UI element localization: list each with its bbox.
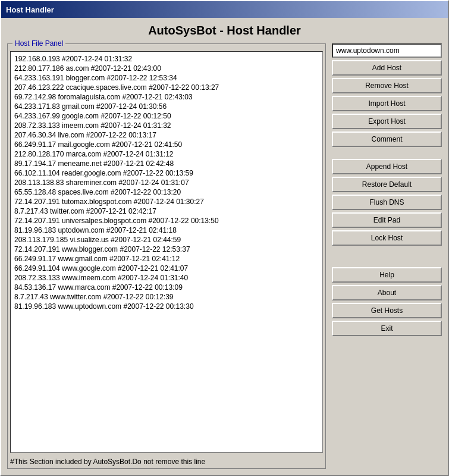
remove-host-button[interactable]: Remove Host xyxy=(332,78,442,93)
top-button-group: Add HostRemove HostImport HostExport Hos… xyxy=(332,60,442,147)
list-item[interactable]: 89.17.194.17 meneame.net #2007-12-21 02:… xyxy=(13,159,320,168)
list-item[interactable]: 72.14.207.191 universalpes.blogspot.com … xyxy=(13,216,320,226)
add-host-button[interactable]: Add Host xyxy=(332,60,442,76)
list-item[interactable]: 8.7.217.43 www.twitter.com #2007-12-22 0… xyxy=(13,292,320,302)
list-item[interactable]: 212.80.177.186 as.com #2007-12-21 02:43:… xyxy=(13,64,320,73)
main-area: Host File Panel 192.168.0.193 #2007-12-2… xyxy=(7,43,442,469)
left-panel: Host File Panel 192.168.0.193 #2007-12-2… xyxy=(7,43,326,469)
list-item[interactable]: 81.19.96.183 uptodown.com #2007-12-21 02… xyxy=(13,226,320,235)
host-list[interactable]: 192.168.0.193 #2007-12-24 01:31:32212.80… xyxy=(10,51,323,453)
list-item[interactable]: 192.168.0.193 #2007-12-24 01:31:32 xyxy=(13,54,320,64)
list-item[interactable]: 72.14.207.191 tutomax.blogspot.com #2007… xyxy=(13,197,320,206)
list-item[interactable]: 8.7.217.43 twitter.com #2007-12-21 02:42… xyxy=(13,206,320,216)
get-hosts-button[interactable]: Get Hosts xyxy=(332,303,442,318)
list-item[interactable]: 64.233.167.99 google.com #2007-12-22 00:… xyxy=(13,111,320,121)
edit-pad-button[interactable]: Edit Pad xyxy=(332,212,442,228)
list-item[interactable]: 208.113.138.83 shareminer.com #2007-12-2… xyxy=(13,178,320,187)
import-host-button[interactable]: Import Host xyxy=(332,96,442,111)
list-item[interactable]: 208.72.33.133 www.imeem.com #2007-12-24 … xyxy=(13,273,320,283)
window-content: AutoSysBot - Host Handler Host File Pane… xyxy=(1,18,448,475)
middle-button-group: Append HostRestore DefaultFlush DNSEdit … xyxy=(332,159,442,246)
exit-button[interactable]: Exit xyxy=(332,321,442,336)
host-file-panel-group: Host File Panel 192.168.0.193 #2007-12-2… xyxy=(7,43,326,469)
window-title: Host Handler xyxy=(6,5,54,14)
list-item[interactable]: 64.233.171.83 gmail.com #2007-12-24 01:3… xyxy=(13,102,320,111)
right-panel: Add HostRemove HostImport HostExport Hos… xyxy=(332,43,442,469)
about-button[interactable]: About xyxy=(332,285,442,300)
list-item[interactable]: 66.249.91.104 www.google.com #2007-12-21… xyxy=(13,264,320,273)
footer-text: #This Section included by AutoSysBot.Do … xyxy=(8,455,325,468)
list-item[interactable]: 64.233.163.191 blogger.com #2007-12-22 1… xyxy=(13,73,320,83)
list-item[interactable]: 207.46.30.34 live.com #2007-12-22 00:13:… xyxy=(13,130,320,140)
list-item[interactable]: 208.113.179.185 vi.sualize.us #2007-12-2… xyxy=(13,235,320,245)
list-item[interactable]: 66.102.11.104 reader.google.com #2007-12… xyxy=(13,168,320,178)
comment-button[interactable]: Comment xyxy=(332,131,442,147)
lock-host-button[interactable]: Lock Host xyxy=(332,230,442,246)
list-item[interactable]: 212.80.128.170 marca.com #2007-12-24 01:… xyxy=(13,149,320,159)
list-item[interactable]: 69.72.142.98 foromalaguista.com #2007-12… xyxy=(13,92,320,102)
host-file-panel-label: Host File Panel xyxy=(12,39,65,48)
list-item[interactable]: 66.249.91.17 mail.google.com #2007-12-21… xyxy=(13,140,320,149)
list-item[interactable]: 65.55.128.48 spaces.live.com #2007-12-22… xyxy=(13,187,320,197)
title-bar: Host Handler xyxy=(1,1,448,18)
list-item[interactable]: 66.249.91.17 www.gmail.com #2007-12-21 0… xyxy=(13,254,320,264)
append-host-button[interactable]: Append Host xyxy=(332,159,442,174)
url-input[interactable] xyxy=(332,43,442,58)
bottom-button-group: HelpAboutGet HostsExit xyxy=(332,267,442,336)
main-window: Host Handler AutoSysBot - Host Handler H… xyxy=(0,0,449,476)
help-button[interactable]: Help xyxy=(332,267,442,283)
flush-dns-button[interactable]: Flush DNS xyxy=(332,195,442,210)
list-item[interactable]: 207.46.123.222 ccacique.spaces.live.com … xyxy=(13,83,320,92)
list-item[interactable]: 84.53.136.17 www.marca.com #2007-12-22 0… xyxy=(13,283,320,292)
restore-default-button[interactable]: Restore Default xyxy=(332,177,442,192)
list-item[interactable]: 72.14.207.191 www.blogger.com #2007-12-2… xyxy=(13,245,320,254)
list-item[interactable]: 208.72.33.133 imeem.com #2007-12-24 01:3… xyxy=(13,121,320,130)
list-item[interactable]: 81.19.96.183 www.uptodown.com #2007-12-2… xyxy=(13,302,320,311)
app-title: AutoSysBot - Host Handler xyxy=(7,24,442,37)
export-host-button[interactable]: Export Host xyxy=(332,114,442,129)
